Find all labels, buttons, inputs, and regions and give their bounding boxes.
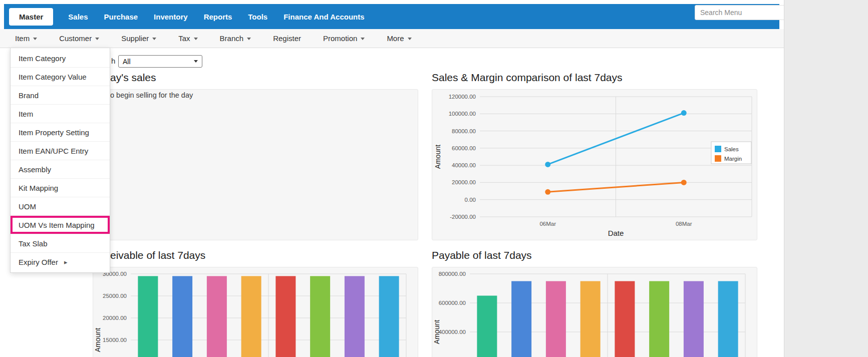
sales-margin-panel: 120000.00100000.0080000.0060000.0040000.… (432, 89, 757, 240)
chevron-down-icon (33, 38, 37, 40)
svg-text:15000.00: 15000.00 (103, 337, 127, 343)
today-sales-body-text: o begin selling for the day (110, 91, 193, 99)
sales-margin-heading: Sales & Margin comparison of last 7days (432, 72, 623, 84)
svg-text:40000.00: 40000.00 (452, 162, 476, 168)
branch-filter-select[interactable]: All (118, 55, 202, 68)
chevron-down-icon (361, 38, 365, 40)
branch-filter-value: All (123, 58, 131, 66)
chevron-down-icon (152, 38, 156, 40)
subnav-item-label: More (387, 34, 404, 43)
branch-label-fragment: h (111, 57, 115, 65)
nav-reports[interactable]: Reports (204, 13, 232, 21)
dropdown-item-kit-mapping[interactable]: Kit Mapping (11, 179, 110, 197)
chevron-down-icon (194, 60, 198, 63)
dropdown-item-label: Expiry Offer (19, 253, 58, 271)
subnav-item-label: Register (273, 34, 301, 43)
dropdown-item-tax-slab[interactable]: Tax Slab (11, 234, 110, 253)
svg-text:Date: Date (608, 229, 624, 237)
dropdown-item-expiry-offer[interactable]: Expiry Offer ▸ (11, 253, 110, 271)
payable-panel: 800000.00600000.00400000.00200000.000.00… (432, 267, 757, 357)
dropdown-item-item-category[interactable]: Item Category (11, 49, 110, 68)
receivable-chart: 30000.0025000.0020000.0015000.0010000.00… (93, 267, 418, 357)
chevron-down-icon (95, 38, 99, 40)
subnav-item-branch[interactable]: Branch (220, 34, 251, 43)
svg-text:100000.00: 100000.00 (449, 111, 476, 117)
svg-text:800000.00: 800000.00 (439, 271, 466, 277)
dropdown-item-item-category-value[interactable]: Item Category Value (11, 68, 110, 86)
nav-sales[interactable]: Sales (68, 13, 88, 21)
svg-text:Sales: Sales (724, 146, 739, 152)
svg-text:Amount: Amount (433, 320, 441, 344)
nav-tools[interactable]: Tools (248, 13, 267, 21)
subnav-item-customer[interactable]: Customer (59, 34, 99, 43)
receivable-panel: 30000.0025000.0020000.0015000.0010000.00… (93, 267, 418, 357)
dropdown-item-item-property-setting[interactable]: Item Property Setting (11, 123, 110, 142)
top-navbar: Master Sales Purchase Inventory Reports … (4, 4, 779, 29)
page: Master Sales Purchase Inventory Reports … (0, 0, 868, 357)
subnav-item-supplier[interactable]: Supplier (121, 34, 156, 43)
subnav-item-item[interactable]: Item (15, 34, 37, 43)
svg-text:Amount: Amount (434, 145, 442, 169)
svg-text:-20000.00: -20000.00 (450, 214, 476, 220)
svg-text:60000.00: 60000.00 (452, 145, 476, 151)
subnav-item-label: Tax (178, 34, 190, 43)
item-dropdown-menu: Item Category Item Category Value Brand … (10, 48, 110, 273)
svg-text:400000.00: 400000.00 (439, 329, 466, 335)
subnav-item-label: Branch (220, 34, 244, 43)
dropdown-item-brand[interactable]: Brand (11, 86, 110, 105)
today-sales-heading: ay's sales (110, 72, 156, 84)
dropdown-item-uom[interactable]: UOM (11, 197, 110, 216)
chevron-down-icon (247, 38, 251, 40)
receivable-heading: eivable of last 7days (110, 249, 205, 261)
subnav-item-register[interactable]: Register (273, 34, 301, 43)
svg-text:80000.00: 80000.00 (452, 128, 476, 134)
dropdown-item-uom-vs-item-mapping[interactable]: UOM Vs Item Mapping (11, 216, 110, 234)
nav-inventory[interactable]: Inventory (154, 13, 188, 21)
svg-text:600000.00: 600000.00 (439, 300, 466, 306)
subnav-item-tax[interactable]: Tax (178, 34, 197, 43)
subnav-item-more[interactable]: More (387, 34, 411, 43)
svg-text:06Mar: 06Mar (539, 221, 556, 227)
chevron-down-icon (194, 38, 198, 40)
payable-heading: Payable of last 7days (432, 249, 532, 261)
svg-text:20000.00: 20000.00 (103, 315, 127, 321)
dropdown-item-item[interactable]: Item (11, 105, 110, 123)
sales-margin-chart: 120000.00100000.0080000.0060000.0040000.… (432, 90, 757, 242)
payable-chart: 800000.00600000.00400000.00200000.000.00… (432, 267, 757, 357)
subnav-item-promotion[interactable]: Promotion (323, 34, 365, 43)
nav-master[interactable]: Master (9, 8, 53, 26)
svg-text:Margin: Margin (724, 156, 742, 162)
svg-text:0.00: 0.00 (465, 197, 476, 203)
nav-purchase[interactable]: Purchase (104, 13, 138, 21)
svg-text:20000.00: 20000.00 (452, 179, 476, 185)
search-menu-input[interactable] (695, 5, 795, 20)
window-gutter (784, 0, 868, 357)
dropdown-item-assembly[interactable]: Assembly (11, 160, 110, 179)
sub-navbar: Item Customer Supplier Tax Branch Regist… (0, 29, 784, 48)
today-sales-panel (93, 89, 418, 240)
svg-text:25000.00: 25000.00 (103, 293, 127, 299)
subnav-item-label: Customer (59, 34, 92, 43)
dropdown-item-item-ean-upc-entry[interactable]: Item EAN/UPC Entry (11, 142, 110, 160)
submenu-arrow-icon: ▸ (64, 259, 68, 265)
nav-finance-and-accounts[interactable]: Finance And Accounts (283, 13, 364, 21)
chevron-down-icon (408, 38, 412, 40)
svg-text:120000.00: 120000.00 (449, 94, 476, 100)
svg-text:Amount: Amount (94, 328, 102, 352)
subnav-item-label: Supplier (121, 34, 149, 43)
subnav-item-label: Item (15, 34, 30, 43)
subnav-item-label: Promotion (323, 34, 357, 43)
svg-text:08Mar: 08Mar (676, 221, 692, 227)
